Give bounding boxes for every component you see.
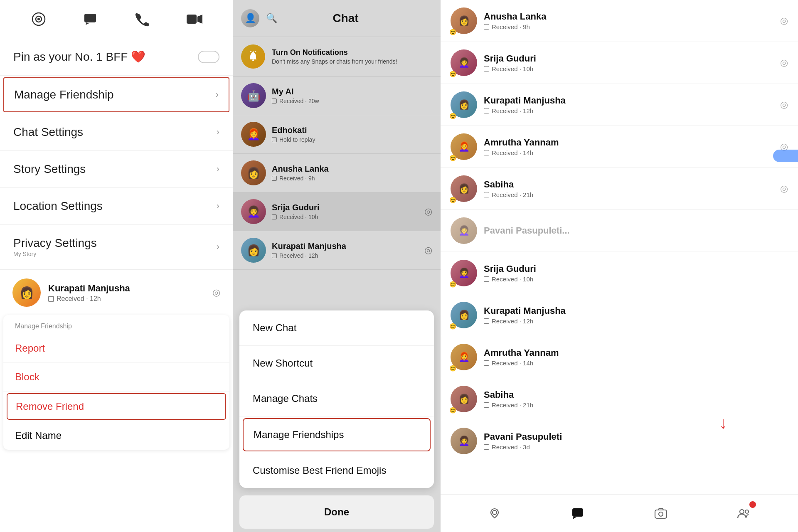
story-settings-item[interactable]: Story Settings › <box>0 151 233 188</box>
edit-name-item[interactable]: Edit Name <box>3 421 229 450</box>
profile-avatar: 👩 😊 <box>12 278 41 307</box>
done-button[interactable]: Done <box>239 495 434 529</box>
right-status-box-pavani <box>484 444 489 450</box>
profile-status: Received · 12h <box>48 295 205 303</box>
edhokati-name: Edhokati <box>272 126 432 135</box>
right-info-srija-2: Srija Guduri Received · 10h <box>484 264 788 283</box>
notif-title: Turn On Notifications <box>272 48 432 57</box>
report-item[interactable]: Report <box>3 334 229 363</box>
privacy-settings-label: Privacy Settings <box>13 236 97 250</box>
bff-toggle[interactable] <box>198 51 219 63</box>
chat-item-srija[interactable]: 👩‍🦱 Srija Guduri Received · 10h ◎ <box>233 192 441 231</box>
profile-name: Kurapati Manjusha <box>48 283 205 294</box>
right-cam-kurapati[interactable]: ◎ <box>780 99 788 110</box>
svg-point-11 <box>740 510 744 514</box>
remove-friend-item[interactable]: Remove Friend <box>7 393 226 420</box>
video-action-icon[interactable] <box>183 7 206 30</box>
right-info-pavani-partial: Pavani Pasupuleti... <box>484 225 788 236</box>
location-settings-item[interactable]: Location Settings › <box>0 188 233 225</box>
right-info-kurapati: Kurapati Manjusha Received · 12h <box>484 95 773 114</box>
customise-emojis-item[interactable]: Customise Best Friend Emojis <box>239 453 434 488</box>
new-shortcut-item[interactable]: New Shortcut <box>239 346 434 381</box>
privacy-settings-sub: My Story <box>13 251 97 257</box>
right-status-box-amrutha <box>484 150 489 155</box>
pin-bff-row[interactable]: Pin as your No. 1 BFF ❤️ <box>0 38 233 76</box>
my-ai-name: My AI <box>272 87 432 96</box>
right-item-sabiha[interactable]: 👩 😊 Sabiha Received · 21h ◎ <box>441 168 798 210</box>
right-item-pavani[interactable]: 👩‍🦱 Pavani Pasupuleti Received · 3d <box>441 420 798 462</box>
my-ai-status-icon <box>272 99 277 103</box>
new-chat-item[interactable]: New Chat <box>239 310 434 346</box>
chat-header-avatar: 👤 <box>241 9 259 27</box>
right-item-amrutha[interactable]: 👩‍🦰 😊 Amrutha Yannam Received · 14h ◎ <box>441 126 798 168</box>
right-cam-sabiha[interactable]: ◎ <box>780 183 788 194</box>
right-cam-srija[interactable]: ◎ <box>780 57 788 68</box>
pin-bff-label: Pin as your No. 1 BFF ❤️ <box>13 50 145 64</box>
right-name-kurapati: Kurapati Manjusha <box>484 95 773 106</box>
block-item[interactable]: Block <box>3 363 229 392</box>
right-item-pavani-partial[interactable]: 👩‍🦱 Pavani Pasupuleti... <box>441 210 798 252</box>
chat-settings-item[interactable]: Chat Settings › <box>0 114 233 151</box>
right-status-amrutha: Received · 14h <box>484 149 773 156</box>
manage-friendships-item[interactable]: Manage Friendships <box>243 418 431 451</box>
right-item-amrutha-2[interactable]: 👩‍🦰 😊 Amrutha Yannam Received · 14h <box>441 336 798 378</box>
chat-item-my-ai[interactable]: 🤖 My AI Received · 20w <box>233 76 441 115</box>
right-info-amrutha-2: Amrutha Yannam Received · 14h <box>484 347 788 367</box>
kurapati-status-icon <box>272 253 277 258</box>
right-avatar-srija-2: 👩‍🦱 😊 <box>451 260 477 286</box>
nav-location-icon[interactable] <box>484 503 505 524</box>
right-item-kurapati-2[interactable]: 👩 😊 Kurapati Manjusha Received · 12h <box>441 294 798 336</box>
svg-rect-4 <box>187 15 197 24</box>
right-status-box-sabiha-2 <box>484 402 489 408</box>
location-settings-label: Location Settings <box>13 200 103 213</box>
anusha-status-icon <box>272 176 277 181</box>
phone-action-icon[interactable] <box>131 7 154 30</box>
svg-rect-9 <box>655 510 667 518</box>
kurapati-avatar: 👩 <box>241 238 266 263</box>
svg-rect-8 <box>572 508 583 517</box>
right-item-srija-2[interactable]: 👩‍🦱 😊 Srija Guduri Received · 10h <box>441 252 798 294</box>
right-item-kurapati[interactable]: 👩 😊 Kurapati Manjusha Received · 12h ◎ <box>441 84 798 126</box>
right-status-box-srija <box>484 66 489 71</box>
edhokati-status: Hold to replay <box>272 136 432 143</box>
right-item-anusha[interactable]: 👩 😊 Anusha Lanka Received · 9h ◎ <box>441 0 798 42</box>
right-avatar-sabiha: 👩 😊 <box>451 175 477 202</box>
chat-item-anusha[interactable]: 👩 Anusha Lanka Received · 9h <box>233 154 441 192</box>
right-status-box-kurapati <box>484 108 489 113</box>
svg-point-5 <box>252 59 254 61</box>
status-box-icon <box>48 296 54 302</box>
right-info-anusha: Anusha Lanka Received · 9h <box>484 11 773 30</box>
profile-card[interactable]: 👩 😊 Kurapati Manjusha Received · 12h ◎ <box>0 270 233 315</box>
search-icon[interactable]: 🔍 <box>266 13 277 24</box>
right-status-pavani: Received · 3d <box>484 443 788 451</box>
right-item-srija[interactable]: 👩‍🦱 😊 Srija Guduri Received · 10h ◎ <box>441 42 798 84</box>
manage-chats-item[interactable]: Manage Chats <box>239 381 434 416</box>
right-avatar-anusha: 👩 😊 <box>451 7 477 34</box>
privacy-settings-item[interactable]: Privacy Settings My Story › <box>0 225 233 269</box>
kurapati-camera-icon[interactable]: ◎ <box>424 245 432 256</box>
kurapati-name: Kurapati Manjusha <box>272 241 419 251</box>
right-name-pavani-partial: Pavani Pasupuleti... <box>484 225 788 236</box>
anusha-status: Received · 9h <box>272 175 432 182</box>
right-avatar-amrutha: 👩‍🦰 😊 <box>451 133 477 160</box>
anusha-name: Anusha Lanka <box>272 164 432 174</box>
srija-status: Received · 10h <box>272 214 419 220</box>
nav-camera-icon[interactable] <box>650 503 671 524</box>
right-item-sabiha-2[interactable]: 👩 😊 Sabiha Received · 21h <box>441 378 798 420</box>
my-ai-avatar: 🤖 <box>241 83 266 108</box>
chat-item-kurapati[interactable]: 👩 Kurapati Manjusha Received · 12h ◎ <box>233 231 441 270</box>
chat-item-edhokati[interactable]: 👩‍🦰 Edhokati Hold to replay <box>233 115 441 154</box>
right-cam-anusha[interactable]: ◎ <box>780 15 788 26</box>
notifications-banner[interactable]: Turn On Notifications Don't miss any Sna… <box>233 37 441 76</box>
srija-camera-icon[interactable]: ◎ <box>424 206 432 217</box>
right-name-kurapati-2: Kurapati Manjusha <box>484 305 788 316</box>
nav-chat-icon[interactable] <box>567 503 588 524</box>
right-avatar-kurapati-2: 👩 😊 <box>451 302 477 328</box>
chat-action-icon[interactable] <box>79 7 102 30</box>
nav-friends-icon[interactable] <box>734 503 754 524</box>
right-name-anusha: Anusha Lanka <box>484 11 773 22</box>
right-avatar-sabiha-2: 👩 😊 <box>451 386 477 412</box>
manage-friendship-item[interactable]: Manage Friendship › <box>3 77 229 112</box>
camera-action-icon[interactable] <box>27 7 50 30</box>
profile-camera-icon[interactable]: ◎ <box>212 287 220 298</box>
